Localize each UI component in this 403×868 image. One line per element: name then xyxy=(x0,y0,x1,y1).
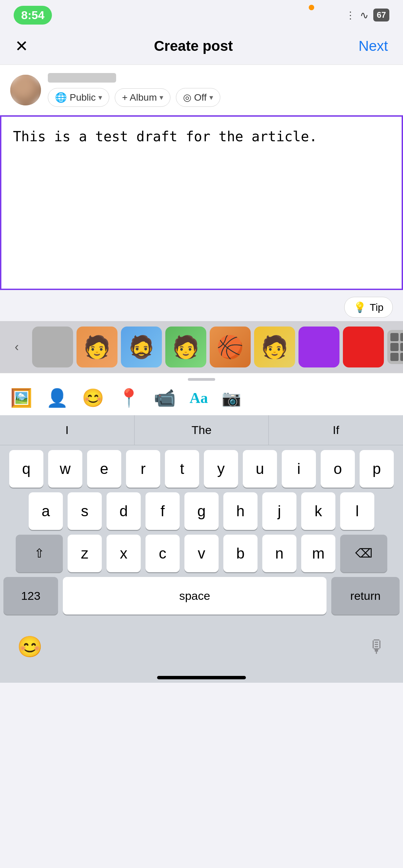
key-j[interactable]: j xyxy=(262,492,296,530)
key-i[interactable]: i xyxy=(282,450,316,488)
key-g[interactable]: g xyxy=(184,492,219,530)
toolbar-row: 🖼️ 👤 😊 📍 📹 Aa 📷 xyxy=(0,373,403,415)
key-n[interactable]: n xyxy=(262,535,296,572)
album-button[interactable]: + Album ▾ xyxy=(115,88,170,107)
video-button[interactable]: 📹 xyxy=(154,388,176,408)
close-button[interactable]: ✕ xyxy=(15,38,28,54)
shift-icon: ⇧ xyxy=(34,546,44,561)
key-o[interactable]: o xyxy=(321,450,355,488)
photo-button[interactable]: 🖼️ xyxy=(10,388,32,408)
sticker-item[interactable]: 🧔 xyxy=(121,327,162,367)
key-b[interactable]: b xyxy=(223,535,258,572)
key-r[interactable]: r xyxy=(126,450,160,488)
bulb-icon: 💡 xyxy=(353,301,366,313)
key-u[interactable]: u xyxy=(243,450,277,488)
toolbar-icons: 🖼️ 👤 😊 📍 📹 Aa 📷 xyxy=(0,384,403,415)
key-v[interactable]: v xyxy=(184,535,219,572)
return-key[interactable]: return xyxy=(331,577,400,614)
microphone-button[interactable]: 🎙 xyxy=(368,636,386,657)
signal-icon: ⋮ xyxy=(346,10,355,21)
next-button[interactable]: Next xyxy=(359,38,388,54)
orange-dot xyxy=(309,5,314,10)
key-h[interactable]: h xyxy=(223,492,258,530)
sticker-emoji: 🧔 xyxy=(128,336,155,358)
numbers-key[interactable]: 123 xyxy=(3,577,58,614)
sticker-item-red[interactable] xyxy=(343,327,384,367)
avatar-blur xyxy=(10,75,41,105)
keys-area: q w e r t y u i o p a s d f g h j k l ⇧ xyxy=(0,445,403,623)
shift-key[interactable]: ⇧ xyxy=(16,535,63,572)
instagram-icon: ◎ xyxy=(183,92,191,103)
key-a[interactable]: a xyxy=(29,492,63,530)
sticker-emoji: 🧑 xyxy=(83,336,111,358)
sticker-item[interactable]: 🏀 xyxy=(210,327,251,367)
keyboard: I The If q w e r t y u i o p a s d f g h… xyxy=(0,415,403,683)
key-row-2: a s d f g h j k l xyxy=(3,492,400,530)
emoji-button[interactable]: 😊 xyxy=(82,388,104,408)
chevron-down-icon: ▾ xyxy=(98,93,102,102)
bottom-bar: 😊 🎙 xyxy=(0,623,403,670)
key-d[interactable]: d xyxy=(107,492,141,530)
key-p[interactable]: p xyxy=(360,450,394,488)
key-t[interactable]: t xyxy=(165,450,199,488)
delete-key[interactable]: ⌫ xyxy=(340,535,387,572)
sticker-item[interactable]: 🧑 xyxy=(77,327,117,367)
instagram-button[interactable]: ◎ Off ▾ xyxy=(176,88,220,107)
key-row-4: 123 space return xyxy=(3,577,400,614)
chevron-down-icon: ▾ xyxy=(209,93,213,102)
sticker-emoji: 🧑 xyxy=(261,336,288,358)
location-button[interactable]: 📍 xyxy=(118,388,140,408)
key-w[interactable]: w xyxy=(48,450,82,488)
key-f[interactable]: f xyxy=(145,492,180,530)
key-l[interactable]: l xyxy=(340,492,374,530)
page-title: Create post xyxy=(154,38,233,54)
tip-area: 💡 Tip xyxy=(0,290,403,321)
sticker-item[interactable]: 🧑 xyxy=(165,327,206,367)
key-y[interactable]: y xyxy=(204,450,238,488)
space-key[interactable]: space xyxy=(63,577,326,614)
sticker-grid-button[interactable] xyxy=(387,330,403,364)
sticker-emoji: 🏀 xyxy=(217,336,244,358)
sticker-emoji: 🧑 xyxy=(172,336,199,358)
sticker-row: ‹ 🧑 🧔 🧑 🏀 🧑 xyxy=(0,321,403,373)
tag-people-button[interactable]: 👤 xyxy=(46,388,68,408)
key-c[interactable]: c xyxy=(145,535,180,572)
key-q[interactable]: q xyxy=(9,450,43,488)
autocomplete-item-3[interactable]: If xyxy=(269,415,403,445)
handle-bar xyxy=(188,378,215,381)
public-button[interactable]: 🌐 Public ▾ xyxy=(48,88,109,107)
key-x[interactable]: x xyxy=(107,535,141,572)
sticker-item[interactable] xyxy=(32,327,73,367)
post-text-container[interactable]: This is a test draft for the article. xyxy=(0,115,403,290)
autocomplete-item-2[interactable]: The xyxy=(135,415,269,445)
key-z[interactable]: z xyxy=(68,535,102,572)
sticker-item-purple[interactable] xyxy=(298,327,339,367)
key-row-1: q w e r t y u i o p xyxy=(3,450,400,488)
avatar xyxy=(10,75,41,105)
delete-icon: ⌫ xyxy=(355,546,373,561)
sticker-item[interactable]: 🧑 xyxy=(254,327,295,367)
toolbar-handle xyxy=(0,373,403,384)
key-row-3: ⇧ z x c v b n m ⌫ xyxy=(3,535,400,572)
chevron-down-icon: ▾ xyxy=(159,93,163,102)
pill-buttons: 🌐 Public ▾ + Album ▾ ◎ Off ▾ xyxy=(48,88,220,107)
key-k[interactable]: k xyxy=(301,492,335,530)
wifi-icon: ∿ xyxy=(360,9,369,21)
header: ✕ Create post Next xyxy=(0,27,403,65)
battery-icon: 67 xyxy=(373,9,389,21)
sticker-prev-button[interactable]: ‹ xyxy=(5,335,29,359)
status-time: 8:54 xyxy=(14,6,52,25)
post-text-input[interactable]: This is a test draft for the article. xyxy=(13,127,390,277)
emoji-keyboard-button[interactable]: 😊 xyxy=(17,635,43,659)
autocomplete-item-1[interactable]: I xyxy=(0,415,135,445)
key-m[interactable]: m xyxy=(301,535,335,572)
username-blurred xyxy=(48,73,116,83)
autocomplete-row: I The If xyxy=(0,415,403,445)
key-s[interactable]: s xyxy=(68,492,102,530)
camera-button[interactable]: 📷 xyxy=(222,389,241,407)
key-e[interactable]: e xyxy=(87,450,121,488)
text-style-button[interactable]: Aa xyxy=(190,389,208,407)
home-indicator xyxy=(0,670,403,683)
tip-button[interactable]: 💡 Tip xyxy=(344,297,393,318)
grid-icon xyxy=(390,333,403,361)
